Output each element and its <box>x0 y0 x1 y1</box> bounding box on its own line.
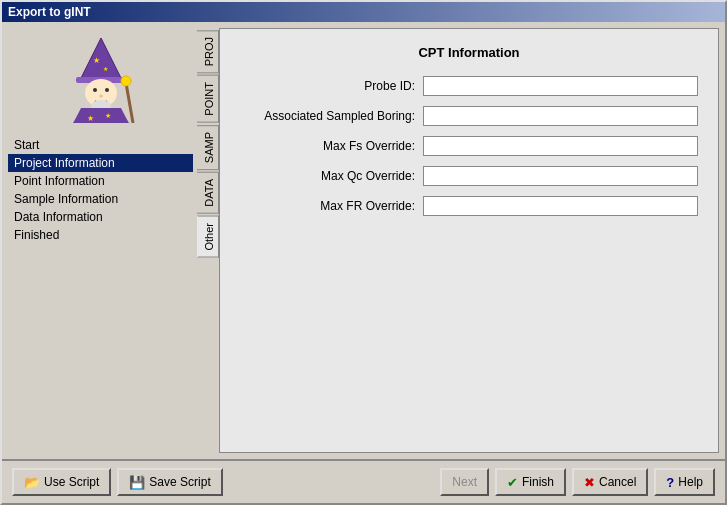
tab-samp[interactable]: SAMP <box>197 125 219 170</box>
save-script-button[interactable]: 💾 Save Script <box>117 468 222 496</box>
sidebar-item-data-information[interactable]: Data Information <box>8 208 193 226</box>
sidebar-item-project-information[interactable]: Project Information <box>8 154 193 172</box>
label-probe-id: Probe ID: <box>240 79 415 93</box>
window-title: Export to gINT <box>8 5 91 19</box>
nav-list: Start Project Information Point Informat… <box>8 136 193 453</box>
input-probe-id[interactable] <box>423 76 698 96</box>
svg-point-5 <box>93 88 97 92</box>
sidebar-item-finished[interactable]: Finished <box>8 226 193 244</box>
input-max-fs[interactable] <box>423 136 698 156</box>
help-icon: ? <box>666 475 674 490</box>
tab-proj[interactable]: PROJ <box>197 30 219 73</box>
label-max-qc: Max Qc Override: <box>240 169 415 183</box>
bottom-bar: 📂 Use Script 💾 Save Script Next ✔ Finish… <box>2 459 725 503</box>
svg-point-7 <box>99 95 103 98</box>
main-window: Export to gINT ★ ★ <box>0 0 727 505</box>
right-area: PROJ POINT SAMP DATA Other CPT Informati… <box>197 28 719 453</box>
svg-text:★: ★ <box>93 56 100 65</box>
svg-text:★: ★ <box>105 112 111 119</box>
sidebar-item-sample-information[interactable]: Sample Information <box>8 190 193 208</box>
svg-text:★: ★ <box>87 114 94 123</box>
label-max-fs: Max Fs Override: <box>240 139 415 153</box>
form-row-max-fs: Max Fs Override: <box>240 136 698 156</box>
tab-point[interactable]: POINT <box>197 75 219 123</box>
content-panel: CPT Information Probe ID: Associated Sam… <box>219 28 719 453</box>
panel-title: CPT Information <box>240 45 698 60</box>
form-row-associated-boring: Associated Sampled Boring: <box>240 106 698 126</box>
left-panel: ★ ★ <box>8 28 193 453</box>
svg-marker-0 <box>81 38 121 78</box>
label-associated-boring: Associated Sampled Boring: <box>240 109 415 123</box>
input-max-fr[interactable] <box>423 196 698 216</box>
use-script-button[interactable]: 📂 Use Script <box>12 468 111 496</box>
tab-bar: PROJ POINT SAMP DATA Other <box>197 28 219 453</box>
tab-other[interactable]: Other <box>197 216 219 258</box>
finish-icon: ✔ <box>507 475 518 490</box>
cancel-button[interactable]: ✖ Cancel <box>572 468 648 496</box>
title-bar: Export to gINT <box>2 2 725 22</box>
wizard-image: ★ ★ <box>36 28 166 128</box>
svg-text:★: ★ <box>103 66 108 72</box>
finish-button[interactable]: ✔ Finish <box>495 468 566 496</box>
form-row-max-qc: Max Qc Override: <box>240 166 698 186</box>
svg-point-6 <box>105 88 109 92</box>
input-max-qc[interactable] <box>423 166 698 186</box>
sidebar-item-point-information[interactable]: Point Information <box>8 172 193 190</box>
use-script-icon: 📂 <box>24 475 40 490</box>
sidebar-item-start[interactable]: Start <box>8 136 193 154</box>
form-row-probe-id: Probe ID: <box>240 76 698 96</box>
save-script-icon: 💾 <box>129 475 145 490</box>
svg-line-9 <box>126 83 133 123</box>
label-max-fr: Max FR Override: <box>240 199 415 213</box>
form-row-max-fr: Max FR Override: <box>240 196 698 216</box>
next-button[interactable]: Next <box>440 468 489 496</box>
svg-point-10 <box>121 76 131 86</box>
form-grid: Probe ID: Associated Sampled Boring: Max… <box>240 76 698 216</box>
cancel-icon: ✖ <box>584 475 595 490</box>
help-button[interactable]: ? Help <box>654 468 715 496</box>
input-associated-boring[interactable] <box>423 106 698 126</box>
tab-data[interactable]: DATA <box>197 172 219 214</box>
